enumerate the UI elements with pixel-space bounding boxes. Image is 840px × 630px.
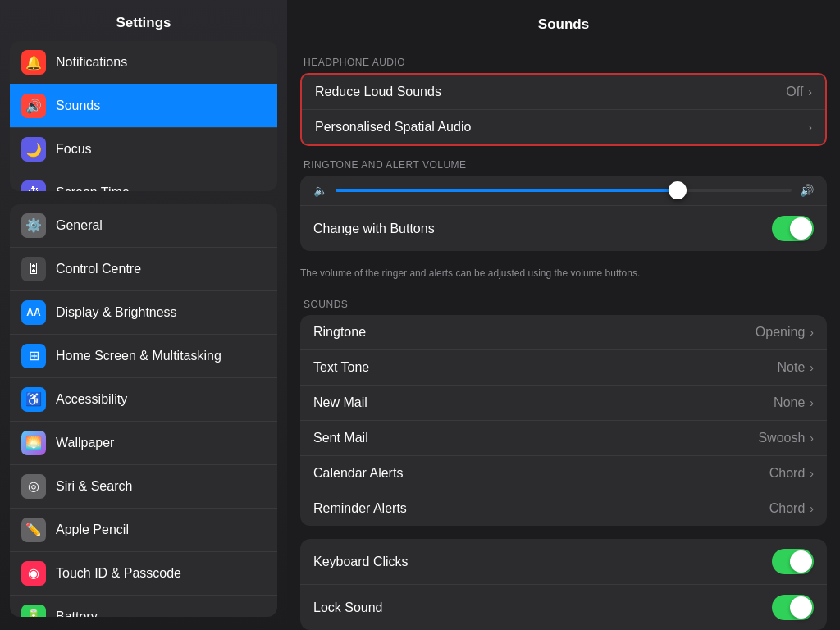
sidebar-item-sounds[interactable]: 🔊 Sounds (10, 84, 277, 128)
bottom-toggles-group: Keyboard Clicks Lock Sound (300, 539, 827, 630)
calendar-alerts-chevron: › (810, 467, 814, 480)
volume-high-icon: 🔊 (800, 184, 814, 197)
sidebar-label-accessibility: Accessibility (56, 392, 127, 407)
spatial-audio-chevron-wrap: › (806, 121, 812, 134)
text-tone-value: Note (778, 360, 806, 375)
sidebar-group-1: 🔔 Notifications 🔊 Sounds 🌙 Focus ⏱ Scree… (10, 41, 277, 191)
sidebar-item-focus[interactable]: 🌙 Focus (10, 128, 277, 171)
spatial-audio-label: Personalised Spatial Audio (315, 120, 471, 135)
keyboard-clicks-label: Keyboard Clicks (313, 555, 409, 569)
sidebar: Settings 🔔 Notifications 🔊 Sounds 🌙 Focu… (0, 0, 287, 630)
sidebar-label-siri-search: Siri & Search (56, 479, 132, 494)
calendar-alerts-value: Chord (769, 466, 806, 481)
notifications-icon: 🔔 (21, 50, 46, 75)
text-tone-row[interactable]: Text Tone Note › (300, 350, 827, 386)
text-tone-chevron: › (810, 361, 814, 374)
home-screen-icon: ⊞ (21, 344, 46, 368)
touch-id-icon: ◉ (21, 561, 46, 586)
sent-mail-row[interactable]: Sent Mail Swoosh › (300, 421, 827, 456)
calendar-alerts-value-wrap: Chord › (769, 466, 814, 481)
reminder-alerts-value: Chord (769, 501, 806, 516)
sidebar-label-general: General (56, 218, 103, 233)
calendar-alerts-row[interactable]: Calendar Alerts Chord › (300, 456, 827, 491)
sidebar-item-touch-id[interactable]: ◉ Touch ID & Passcode (10, 552, 277, 596)
lock-sound-row[interactable]: Lock Sound (300, 585, 827, 630)
sidebar-label-notifications: Notifications (56, 55, 127, 70)
reduce-loud-sounds-row[interactable]: Reduce Loud Sounds Off › (302, 75, 825, 110)
sidebar-label-home-screen: Home Screen & Multitasking (56, 349, 221, 363)
volume-low-icon: 🔈 (313, 184, 327, 197)
volume-slider-row[interactable]: 🔈 🔊 (300, 176, 827, 206)
sidebar-item-home-screen[interactable]: ⊞ Home Screen & Multitasking (10, 335, 277, 378)
sidebar-item-battery[interactable]: 🔋 Battery (10, 596, 277, 617)
lock-sound-label: Lock Sound (313, 600, 383, 615)
sidebar-group-2: ⚙️ General 🎛 Control Centre AA Display &… (10, 204, 277, 617)
focus-icon: 🌙 (21, 137, 46, 162)
sidebar-label-control-centre: Control Centre (56, 262, 141, 276)
spatial-audio-row[interactable]: Personalised Spatial Audio › (302, 110, 825, 144)
ringtone-value-wrap: Opening › (756, 325, 814, 340)
sidebar-item-control-centre[interactable]: 🎛 Control Centre (10, 248, 277, 291)
sounds-icon: 🔊 (21, 94, 46, 118)
reduce-loud-sounds-value-text: Off (786, 84, 803, 99)
reminder-alerts-row[interactable]: Reminder Alerts Chord › (300, 491, 827, 526)
general-icon: ⚙️ (21, 213, 46, 238)
battery-icon: 🔋 (21, 605, 46, 617)
sidebar-item-apple-pencil[interactable]: ✏️ Apple Pencil (10, 509, 277, 552)
new-mail-label: New Mail (313, 395, 368, 410)
lock-sound-toggle-thumb (790, 596, 812, 619)
reminder-alerts-chevron: › (810, 502, 814, 515)
sent-mail-value: Swoosh (758, 431, 805, 445)
sidebar-item-accessibility[interactable]: ♿ Accessibility (10, 378, 277, 422)
ringtone-row[interactable]: Ringtone Opening › (300, 315, 827, 350)
sidebar-title: Settings (0, 0, 287, 41)
main-title: Sounds (287, 0, 840, 43)
sidebar-label-battery: Battery (56, 609, 98, 617)
control-centre-icon: 🎛 (21, 257, 46, 281)
ringtone-section-label: RINGTONE AND ALERT VOLUME (287, 146, 840, 176)
reduce-loud-sounds-chevron: › (808, 85, 812, 98)
keyboard-clicks-toggle-thumb (790, 550, 812, 573)
new-mail-chevron: › (810, 396, 814, 409)
keyboard-clicks-toggle[interactable] (772, 549, 814, 574)
sent-mail-label: Sent Mail (313, 431, 368, 445)
sidebar-label-display-brightness: Display & Brightness (56, 305, 177, 320)
sidebar-item-screen-time[interactable]: ⏱ Screen Time (10, 171, 277, 191)
reduce-loud-sounds-value: Off › (786, 84, 812, 99)
reduce-loud-sounds-label: Reduce Loud Sounds (315, 84, 441, 99)
volume-slider-thumb[interactable] (669, 181, 687, 199)
siri-icon: ◎ (21, 474, 46, 499)
sidebar-item-wallpaper[interactable]: 🌅 Wallpaper (10, 422, 277, 465)
sidebar-item-display-brightness[interactable]: AA Display & Brightness (10, 291, 277, 335)
reminder-alerts-value-wrap: Chord › (769, 501, 814, 516)
sidebar-label-touch-id: Touch ID & Passcode (56, 566, 181, 581)
text-tone-label: Text Tone (313, 360, 369, 375)
volume-slider-track[interactable] (336, 189, 792, 192)
sidebar-label-focus: Focus (56, 142, 92, 157)
display-brightness-icon: AA (21, 300, 46, 325)
reminder-alerts-label: Reminder Alerts (313, 501, 407, 516)
lock-sound-toggle[interactable] (772, 595, 814, 620)
change-with-buttons-toggle[interactable] (772, 216, 814, 241)
sidebar-item-siri-search[interactable]: ◎ Siri & Search (10, 465, 277, 509)
screen-time-icon: ⏱ (21, 180, 46, 191)
headphone-audio-section-label: HEADPHONE AUDIO (287, 43, 840, 73)
accessibility-icon: ♿ (21, 387, 46, 412)
sent-mail-chevron: › (810, 431, 814, 445)
sidebar-item-notifications[interactable]: 🔔 Notifications (10, 41, 277, 84)
sidebar-item-general[interactable]: ⚙️ General (10, 204, 277, 248)
ringtone-group: 🔈 🔊 Change with Buttons (300, 176, 827, 251)
sounds-section-label: SOUNDS (287, 285, 840, 315)
ringtone-chevron: › (810, 326, 814, 339)
new-mail-row[interactable]: New Mail None › (300, 386, 827, 421)
sidebar-label-apple-pencil: Apple Pencil (56, 523, 129, 537)
wallpaper-icon: 🌅 (21, 431, 46, 455)
sidebar-label-sounds: Sounds (56, 98, 100, 113)
change-with-buttons-row[interactable]: Change with Buttons (300, 206, 827, 251)
ringtone-label: Ringtone (313, 325, 366, 340)
sounds-rows-group: Ringtone Opening › Text Tone Note › New … (300, 315, 827, 526)
apple-pencil-icon: ✏️ (21, 518, 46, 542)
keyboard-clicks-row[interactable]: Keyboard Clicks (300, 539, 827, 585)
new-mail-value: None (774, 395, 805, 410)
main-content: Sounds HEADPHONE AUDIO Reduce Loud Sound… (287, 0, 840, 630)
